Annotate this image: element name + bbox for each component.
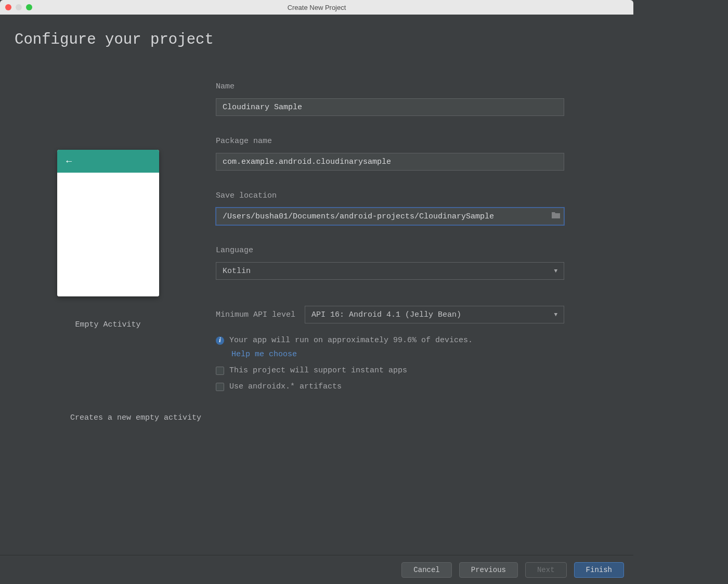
finish-button[interactable]: Finish bbox=[574, 562, 624, 578]
close-window-icon[interactable] bbox=[5, 4, 11, 10]
name-label: Name bbox=[216, 82, 564, 91]
page-title: Configure your project bbox=[15, 31, 633, 48]
androidx-row[interactable]: Use androidx.* artifacts bbox=[216, 382, 564, 391]
api-dropdown[interactable]: API 16: Android 4.1 (Jelly Bean) ▼ bbox=[305, 306, 564, 323]
instant-apps-label: This project will support instant apps bbox=[229, 366, 407, 375]
dialog-header: Configure your project bbox=[0, 15, 633, 48]
name-input[interactable] bbox=[216, 98, 564, 116]
location-label: Save location bbox=[216, 191, 564, 200]
window-title: Create New Project bbox=[0, 4, 633, 11]
preview-body bbox=[57, 173, 159, 296]
instant-apps-row[interactable]: This project will support instant apps bbox=[216, 366, 564, 375]
info-row: i Your app will run on approximately 99.… bbox=[216, 336, 564, 345]
androidx-label: Use androidx.* artifacts bbox=[229, 382, 342, 391]
preview-label: Empty Activity bbox=[75, 320, 140, 329]
preview-description: Creates a new empty activity bbox=[0, 413, 201, 422]
window-titlebar: Create New Project bbox=[0, 0, 633, 15]
next-button: Next bbox=[525, 562, 567, 578]
activity-preview: ← bbox=[57, 150, 159, 296]
previous-button[interactable]: Previous bbox=[459, 562, 518, 578]
language-dropdown[interactable]: Kotlin ▼ bbox=[216, 262, 564, 280]
browse-folder-icon[interactable] bbox=[552, 212, 560, 221]
androidx-checkbox[interactable] bbox=[216, 383, 224, 391]
api-label: Minimum API level bbox=[216, 310, 295, 319]
preview-app-bar: ← bbox=[57, 150, 159, 173]
preview-column: ← Empty Activity Creates a new empty act… bbox=[0, 82, 216, 422]
dialog-content: ← Empty Activity Creates a new empty act… bbox=[0, 48, 633, 422]
package-input[interactable] bbox=[216, 153, 564, 171]
minimize-window-icon bbox=[16, 4, 22, 10]
language-label: Language bbox=[216, 246, 564, 255]
instant-apps-checkbox[interactable] bbox=[216, 367, 224, 375]
traffic-lights bbox=[5, 4, 32, 10]
location-input[interactable] bbox=[216, 207, 564, 225]
location-input-wrapper bbox=[216, 207, 564, 225]
dialog-window: Configure your project ← Empty Activity … bbox=[0, 15, 633, 584]
chevron-down-icon: ▼ bbox=[554, 312, 557, 318]
device-coverage-text: Your app will run on approximately 99.6%… bbox=[229, 336, 473, 345]
maximize-window-icon[interactable] bbox=[26, 4, 32, 10]
api-value: API 16: Android 4.1 (Jelly Bean) bbox=[311, 310, 461, 319]
api-row: Minimum API level API 16: Android 4.1 (J… bbox=[216, 306, 564, 323]
cancel-button[interactable]: Cancel bbox=[401, 562, 451, 578]
back-arrow-icon: ← bbox=[64, 156, 74, 167]
chevron-down-icon: ▼ bbox=[554, 268, 557, 274]
package-label: Package name bbox=[216, 137, 564, 146]
help-me-choose-link[interactable]: Help me choose bbox=[231, 350, 564, 359]
form-column: Name Package name Save location Language… bbox=[216, 82, 564, 422]
info-icon: i bbox=[216, 336, 224, 345]
dialog-footer: Cancel Previous Next Finish bbox=[0, 555, 633, 584]
language-value: Kotlin bbox=[223, 267, 251, 276]
